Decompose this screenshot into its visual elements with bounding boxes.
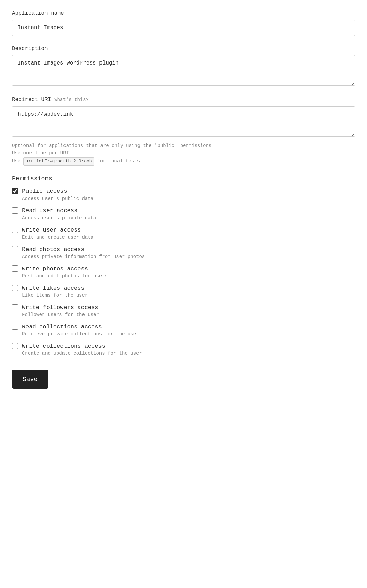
- permission-row-read-photos: Read photos access: [12, 246, 355, 253]
- permission-row-read-collections: Read collections access: [12, 324, 355, 330]
- permission-checkbox-write-photos[interactable]: [12, 265, 18, 272]
- permission-item-public-access: Public access Access user's public data: [12, 188, 355, 201]
- permission-label-write-photos[interactable]: Write photos access: [22, 265, 88, 272]
- permission-item-read-collections: Read collections access Retrieve private…: [12, 324, 355, 337]
- permission-label-write-followers[interactable]: Write followers access: [22, 304, 98, 311]
- permission-desc-write-likes: Like items for the user: [12, 293, 355, 298]
- permission-checkbox-public-access[interactable]: [12, 188, 18, 194]
- permission-row-write-photos: Write photos access: [12, 265, 355, 272]
- permission-desc-read-photos: Access private information from user pho…: [12, 254, 355, 259]
- redirect-uri-label-row: Redirect URI What's this?: [12, 97, 355, 103]
- redirect-uri-helper: Optional for applications that are only …: [12, 142, 355, 166]
- permission-checkbox-write-user[interactable]: [12, 227, 18, 233]
- permission-item-write-user: Write user access Edit and create user d…: [12, 227, 355, 240]
- helper-line2: Use one line per URI: [12, 149, 355, 157]
- permission-row-write-user: Write user access: [12, 227, 355, 233]
- description-group: Description Instant Images WordPress plu…: [12, 45, 355, 87]
- helper-line3-prefix: Use: [12, 158, 23, 164]
- permission-item-write-followers: Write followers access Follower users fo…: [12, 304, 355, 317]
- helper-line3-suffix: for local tests: [94, 158, 140, 164]
- permission-item-write-photos: Write photos access Post and edit photos…: [12, 265, 355, 279]
- redirect-uri-group: Redirect URI What's this? https://wpdev.…: [12, 97, 355, 166]
- permission-label-read-collections[interactable]: Read collections access: [22, 324, 102, 330]
- permission-checkbox-read-collections[interactable]: [12, 324, 18, 330]
- description-label: Description: [12, 45, 355, 52]
- app-name-group: Application name: [12, 10, 355, 36]
- permission-item-write-likes: Write likes access Like items for the us…: [12, 285, 355, 298]
- permission-item-read-photos: Read photos access Access private inform…: [12, 246, 355, 259]
- helper-line3: Use urn:ietf:wg:oauth:2.0:oob for local …: [12, 157, 355, 166]
- permission-row-read-user: Read user access: [12, 207, 355, 214]
- helper-code: urn:ietf:wg:oauth:2.0:oob: [23, 157, 94, 166]
- permission-desc-public-access: Access user's public data: [12, 196, 355, 201]
- app-name-input[interactable]: [12, 20, 355, 36]
- permission-checkbox-read-photos[interactable]: [12, 246, 18, 252]
- permission-label-read-photos[interactable]: Read photos access: [22, 246, 85, 253]
- permissions-title: Permissions: [12, 175, 355, 182]
- permission-label-write-likes[interactable]: Write likes access: [22, 285, 85, 291]
- permission-desc-read-collections: Retrieve private collections for the use…: [12, 331, 355, 337]
- permission-row-write-followers: Write followers access: [12, 304, 355, 311]
- permission-label-public-access[interactable]: Public access: [22, 188, 67, 195]
- helper-line1: Optional for applications that are only …: [12, 142, 355, 149]
- permission-label-read-user[interactable]: Read user access: [22, 207, 77, 214]
- app-name-label: Application name: [12, 10, 355, 16]
- permission-row-write-collections: Write collections access: [12, 343, 355, 349]
- permissions-section: Permissions Public access Access user's …: [12, 175, 355, 356]
- permission-row-write-likes: Write likes access: [12, 285, 355, 291]
- permission-desc-write-collections: Create and update collections for the us…: [12, 351, 355, 356]
- permission-item-write-collections: Write collections access Create and upda…: [12, 343, 355, 356]
- description-input[interactable]: Instant Images WordPress plugin: [12, 55, 355, 86]
- redirect-uri-input[interactable]: https://wpdev.ink: [12, 106, 355, 137]
- permission-desc-write-user: Edit and create user data: [12, 235, 355, 240]
- permission-checkbox-write-collections[interactable]: [12, 343, 18, 349]
- permission-desc-read-user: Access user's private data: [12, 215, 355, 221]
- redirect-uri-label: Redirect URI: [12, 97, 51, 103]
- permission-checkbox-write-followers[interactable]: [12, 304, 18, 310]
- permission-row-public-access: Public access: [12, 188, 355, 195]
- permission-checkbox-read-user[interactable]: [12, 207, 18, 214]
- permission-label-write-collections[interactable]: Write collections access: [22, 343, 105, 349]
- save-button[interactable]: Save: [12, 370, 48, 389]
- permission-label-write-user[interactable]: Write user access: [22, 227, 81, 233]
- permission-desc-write-photos: Post and edit photos for users: [12, 273, 355, 279]
- permission-desc-write-followers: Follower users for the user: [12, 312, 355, 317]
- whats-this-link[interactable]: What's this?: [54, 97, 89, 103]
- permission-item-read-user: Read user access Access user's private d…: [12, 207, 355, 221]
- permission-checkbox-write-likes[interactable]: [12, 285, 18, 291]
